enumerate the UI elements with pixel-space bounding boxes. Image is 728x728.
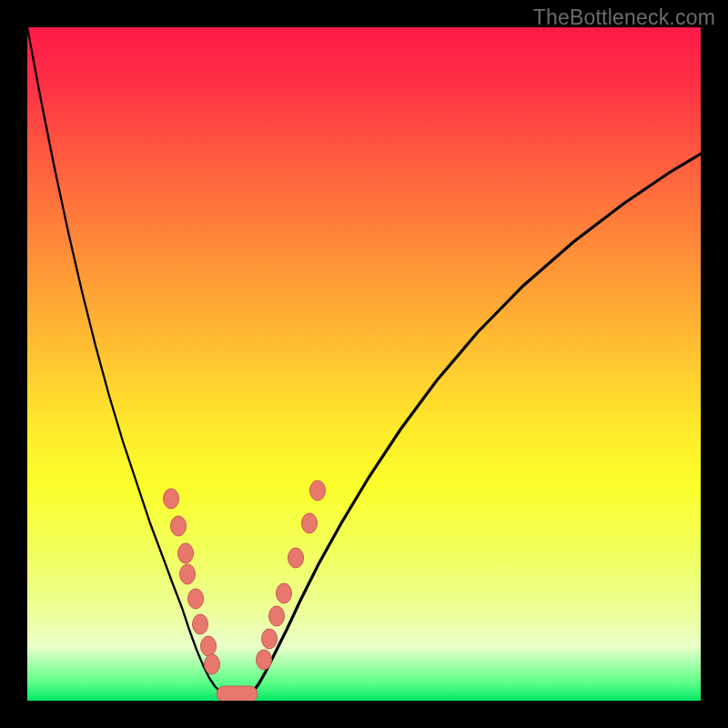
right-marker-3	[277, 583, 292, 603]
plot-area	[27, 27, 701, 701]
curve-right-curve	[253, 154, 701, 692]
right-marker-5	[302, 513, 318, 533]
right-marker-4	[288, 548, 304, 568]
left-marker-3	[180, 564, 196, 584]
chart-container: TheBottleneck.com	[0, 0, 728, 728]
valley-bar-marker	[217, 686, 258, 701]
right-marker-2	[269, 606, 285, 626]
right-marker-0	[257, 650, 272, 670]
left-marker-0	[164, 489, 179, 509]
chart-svg	[27, 27, 701, 701]
right-marker-6	[310, 480, 326, 500]
left-marker-7	[205, 654, 220, 674]
left-marker-6	[201, 636, 217, 656]
left-marker-5	[193, 614, 208, 634]
watermark-text: TheBottleneck.com	[533, 5, 715, 30]
left-marker-1	[171, 516, 187, 536]
left-marker-2	[178, 543, 194, 563]
right-marker-1	[262, 629, 278, 649]
left-marker-4	[188, 589, 204, 609]
